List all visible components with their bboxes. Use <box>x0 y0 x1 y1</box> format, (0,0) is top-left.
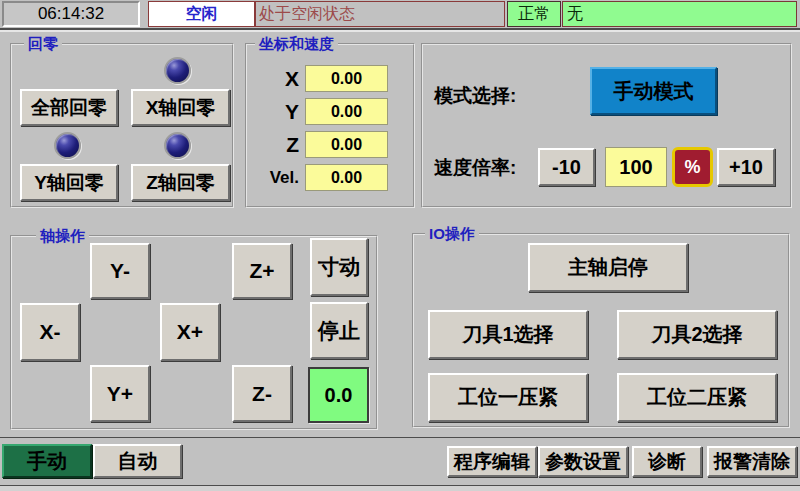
spindle-start-stop-button[interactable]: 主轴启停 <box>528 243 688 292</box>
y-home-lamp-icon <box>54 132 81 159</box>
coords-panel: 坐标和速度 X 0.00 Y 0.00 Z 0.00 Vel. 0.00 <box>245 43 415 208</box>
home-y-button[interactable]: Y轴回零 <box>20 164 118 201</box>
status-bar: 06:14:32 空闲 处于空闲状态 正常 无 <box>0 0 800 28</box>
velocity-display: 0.00 <box>305 164 388 191</box>
status-message-display: 处于空闲状态 <box>255 1 505 27</box>
velocity-label: Vel. <box>249 168 299 188</box>
homing-panel-title: 回零 <box>24 35 62 53</box>
coords-panel-title: 坐标和速度 <box>255 35 338 53</box>
x-axis-label: X <box>249 67 299 91</box>
percent-unit-badge: % <box>672 147 713 187</box>
station2-clamp-button[interactable]: 工位二压紧 <box>617 373 777 422</box>
jog-z-plus-button[interactable]: Z+ <box>232 243 292 299</box>
diagnosis-button[interactable]: 诊断 <box>632 446 702 477</box>
topbar-divider-highlight <box>0 30 800 32</box>
alarm-message-display: 无 <box>562 1 797 27</box>
machine-state-display: 空闲 <box>148 1 255 27</box>
jog-z-minus-button[interactable]: Z- <box>232 365 292 422</box>
auto-tab-button[interactable]: 自动 <box>93 444 182 478</box>
io-panel-title: IO操作 <box>425 225 479 243</box>
home-all-button[interactable]: 全部回零 <box>20 89 118 126</box>
alarm-clear-button[interactable]: 报警清除 <box>707 446 797 477</box>
z-axis-label: Z <box>249 133 299 157</box>
override-value-display: 100 <box>605 147 667 187</box>
param-settings-button[interactable]: 参数设置 <box>538 446 628 477</box>
hmi-screen: 06:14:32 空闲 处于空闲状态 正常 无 回零 全部回零 X轴回零 Y轴回… <box>0 0 800 491</box>
clock-display: 06:14:32 <box>2 1 140 27</box>
y-axis-label: Y <box>249 100 299 124</box>
tool2-select-button[interactable]: 刀具2选择 <box>617 310 777 359</box>
step-value-display[interactable]: 0.0 <box>308 367 369 423</box>
jog-x-minus-button[interactable]: X- <box>20 303 80 361</box>
axis-jog-panel: 轴操作 Y- Z+ 寸动 X- X+ 停止 Y+ Z- 0.0 <box>10 235 378 430</box>
z-position-display: 0.00 <box>305 131 388 158</box>
home-x-button[interactable]: X轴回零 <box>131 89 230 126</box>
alarm-state-display: 正常 <box>507 1 561 27</box>
bottom-edge-strip <box>0 486 800 491</box>
x-home-lamp-icon <box>164 57 191 84</box>
mode-panel: 模式选择: 手动模式 速度倍率: -10 100 % +10 <box>421 43 792 208</box>
jog-x-plus-button[interactable]: X+ <box>160 303 220 361</box>
jog-y-plus-button[interactable]: Y+ <box>90 365 150 422</box>
axis-panel-title: 轴操作 <box>36 227 89 245</box>
manual-tab-button[interactable]: 手动 <box>2 444 92 478</box>
x-position-display: 0.00 <box>305 65 388 92</box>
manual-mode-button[interactable]: 手动模式 <box>590 67 717 115</box>
homing-panel: 回零 全部回零 X轴回零 Y轴回零 Z轴回零 <box>10 43 234 208</box>
override-minus-button[interactable]: -10 <box>538 148 595 186</box>
jog-y-minus-button[interactable]: Y- <box>90 243 150 299</box>
bottom-nav-bar: 手动 自动 程序编辑 参数设置 诊断 报警清除 <box>0 438 800 485</box>
mode-select-label: 模式选择: <box>434 83 516 109</box>
program-edit-button[interactable]: 程序编辑 <box>447 446 537 477</box>
speed-override-label: 速度倍率: <box>434 155 516 181</box>
station1-clamp-button[interactable]: 工位一压紧 <box>428 373 588 422</box>
inch-jog-button[interactable]: 寸动 <box>310 238 368 296</box>
tool1-select-button[interactable]: 刀具1选择 <box>428 310 588 359</box>
stop-button[interactable]: 停止 <box>310 302 368 359</box>
z-home-lamp-icon <box>164 132 191 159</box>
override-plus-button[interactable]: +10 <box>717 148 775 186</box>
io-panel: IO操作 主轴启停 刀具1选择 刀具2选择 工位一压紧 工位二压紧 <box>412 233 790 428</box>
home-z-button[interactable]: Z轴回零 <box>131 164 230 201</box>
y-position-display: 0.00 <box>305 98 388 125</box>
